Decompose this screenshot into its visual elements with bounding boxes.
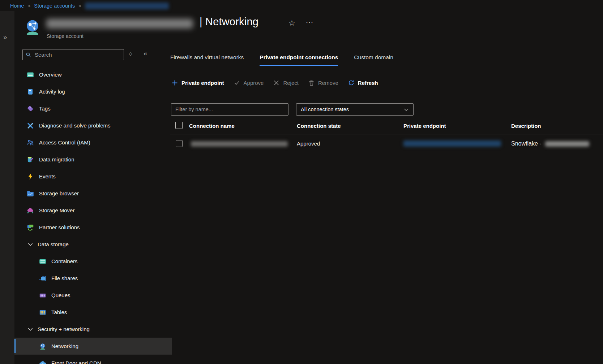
- connection-name-redacted: [191, 141, 288, 147]
- sidebar-group-label: Security + networking: [38, 326, 90, 332]
- sidebar-item-label: Overview: [39, 72, 62, 78]
- column-header-private-endpoint[interactable]: Private endpoint: [403, 123, 446, 129]
- sidebar-item-label: Networking: [51, 343, 78, 349]
- resource-type-label: Storage account: [47, 33, 84, 39]
- column-header-description[interactable]: Description: [511, 123, 541, 129]
- sidebar-menu: Overview Activity log Tags Diagnose and …: [0, 66, 165, 364]
- tab-custom-domain[interactable]: Custom domain: [354, 54, 393, 66]
- breadcrumb-separator: >: [78, 3, 81, 9]
- sidebar-item-label: Storage browser: [39, 190, 79, 196]
- sidebar-item-storage-browser[interactable]: Storage browser: [0, 185, 162, 202]
- button-label: Refresh: [358, 80, 378, 86]
- sidebar-item-label: Diagnose and solve problems: [39, 122, 111, 129]
- sidebar-item-label: Activity log: [39, 88, 65, 95]
- networking-icon: [39, 342, 47, 350]
- approve-button[interactable]: Approve: [234, 80, 264, 86]
- sidebar-item-label: Events: [39, 173, 56, 179]
- networking-tabs: Firewalls and virtual networks Private e…: [170, 54, 393, 66]
- sidebar-item-overview[interactable]: Overview: [0, 66, 162, 83]
- resource-name-redacted: [46, 19, 193, 29]
- events-icon: [26, 173, 34, 181]
- remove-button[interactable]: Remove: [308, 80, 338, 86]
- breadcrumb-separator: >: [28, 3, 31, 9]
- refresh-button[interactable]: Refresh: [348, 80, 378, 86]
- partner-solutions-icon: [26, 224, 34, 231]
- private-endpoint-link-redacted[interactable]: [403, 140, 501, 147]
- connection-state-value: Approved: [297, 140, 320, 147]
- button-label: Reject: [283, 80, 299, 86]
- activity-log-icon: [26, 88, 34, 96]
- sidebar-item-events[interactable]: Events: [0, 168, 162, 185]
- dropdown-selected-value: All connection states: [301, 107, 349, 112]
- command-bar: Private endpoint Approve Reject Remove R…: [172, 80, 378, 86]
- tab-firewalls-virtual-networks[interactable]: Firewalls and virtual networks: [170, 54, 244, 66]
- chevron-down-icon: [27, 241, 34, 248]
- storage-browser-icon: [26, 190, 34, 198]
- sidebar-search-input[interactable]: [34, 51, 121, 58]
- sidebar-group-label: Data storage: [38, 241, 69, 247]
- sidebar-item-partner-solutions[interactable]: Partner solutions: [0, 219, 162, 236]
- resize-handle-icon[interactable]: ◇: [129, 51, 132, 56]
- sidebar-item-networking[interactable]: Networking: [14, 338, 172, 355]
- button-label: Remove: [318, 80, 338, 86]
- containers-icon: [39, 257, 47, 265]
- button-label: Approve: [244, 80, 264, 86]
- tab-private-endpoint-connections[interactable]: Private endpoint connections: [260, 54, 338, 66]
- sidebar-item-diagnose[interactable]: Diagnose and solve problems: [0, 117, 162, 134]
- sidebar-item-label: Containers: [51, 258, 78, 264]
- sidebar-item-file-shares[interactable]: File shares: [0, 270, 162, 287]
- tags-icon: [26, 105, 34, 113]
- sidebar-item-label: File shares: [51, 275, 78, 281]
- connection-state-dropdown[interactable]: All connection states: [296, 103, 414, 116]
- private-endpoint-button[interactable]: Private endpoint: [172, 80, 224, 86]
- chevron-down-icon: [27, 326, 34, 333]
- search-icon: [26, 52, 31, 57]
- chevron-down-icon: [403, 107, 409, 112]
- cross-icon: [273, 80, 279, 86]
- column-header-connection-state[interactable]: Connection state: [297, 123, 341, 129]
- description-cell: Snowflake -: [511, 140, 589, 147]
- sidebar-item-access-control[interactable]: Access Control (IAM): [0, 134, 162, 151]
- sidebar-item-storage-mover[interactable]: Storage Mover: [0, 202, 162, 219]
- breadcrumb-home-link[interactable]: Home: [10, 3, 24, 9]
- collapse-menu-icon[interactable]: «: [144, 49, 147, 57]
- sidebar-item-front-door[interactable]: Front Door and CDN: [0, 355, 162, 364]
- button-label: Private endpoint: [181, 80, 224, 86]
- queues-icon: [39, 291, 47, 299]
- reject-button[interactable]: Reject: [273, 80, 299, 86]
- expand-rail-icon[interactable]: »: [3, 33, 7, 41]
- tables-icon: [39, 308, 47, 316]
- sidebar-item-label: Tags: [39, 105, 51, 112]
- description-prefix: Snowflake -: [511, 140, 542, 147]
- sidebar-item-queues[interactable]: Queues: [0, 287, 162, 304]
- sidebar-item-label: Front Door and CDN: [51, 360, 101, 364]
- file-shares-icon: [39, 274, 47, 282]
- sidebar-item-tags[interactable]: Tags: [0, 100, 162, 117]
- page-title: | Networking: [200, 16, 258, 28]
- sidebar-item-label: Access Control (IAM): [39, 139, 90, 146]
- sidebar-item-label: Tables: [51, 309, 67, 315]
- check-icon: [234, 80, 240, 86]
- sidebar-item-activity-log[interactable]: Activity log: [0, 83, 162, 100]
- favorite-star-icon[interactable]: ☆: [288, 19, 295, 27]
- breadcrumb-storage-accounts-link[interactable]: Storage accounts: [34, 3, 75, 9]
- storage-mover-icon: [26, 207, 34, 214]
- breadcrumb-redacted-account-name[interactable]: [85, 3, 169, 9]
- row-checkbox[interactable]: [176, 140, 183, 147]
- column-header-connection-name[interactable]: Connection name: [189, 123, 235, 129]
- data-migration-icon: [26, 156, 34, 164]
- sidebar-item-data-migration[interactable]: Data migration: [0, 151, 162, 168]
- sidebar-group-security-networking[interactable]: Security + networking: [0, 321, 162, 338]
- trash-icon: [308, 80, 315, 86]
- filter-by-name-input[interactable]: [171, 103, 288, 116]
- diagnose-icon: [26, 122, 34, 130]
- sidebar-group-data-storage[interactable]: Data storage: [0, 236, 162, 253]
- storage-account-icon: [24, 18, 41, 36]
- sidebar-item-containers[interactable]: Containers: [0, 253, 162, 270]
- sidebar-item-tables[interactable]: Tables: [0, 304, 162, 321]
- more-options-icon[interactable]: …: [305, 16, 314, 25]
- access-control-icon: [26, 139, 34, 147]
- overview-icon: [26, 71, 34, 79]
- select-all-checkbox[interactable]: [175, 122, 183, 129]
- sidebar-search[interactable]: [22, 49, 124, 60]
